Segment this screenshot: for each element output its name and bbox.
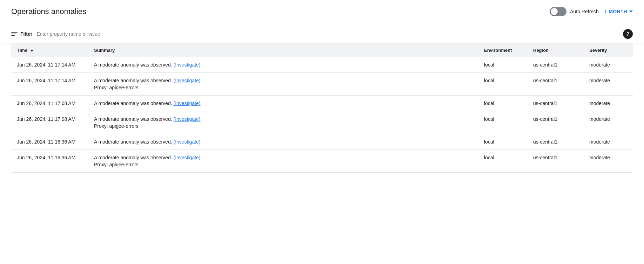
table-row: Jun 26, 2024, 11:17:14 AMA moderate anom… bbox=[11, 73, 633, 96]
cell-region: us-central1 bbox=[528, 111, 584, 134]
summary-text: A moderate anomaly was observed. bbox=[94, 139, 173, 145]
cell-region: us-central1 bbox=[528, 134, 584, 150]
auto-refresh-wrapper: Auto Refresh bbox=[550, 7, 599, 16]
investigate-link[interactable]: (Investigate) bbox=[173, 62, 200, 68]
investigate-link[interactable]: (Investigate) bbox=[173, 155, 200, 160]
table-row: Jun 26, 2024, 11:17:08 AMA moderate anom… bbox=[11, 111, 633, 134]
cell-severity: moderate bbox=[584, 134, 633, 150]
cell-environment: local bbox=[478, 134, 528, 150]
cell-severity: moderate bbox=[584, 150, 633, 173]
filter-bar: Filter ? bbox=[0, 22, 644, 43]
cell-severity: moderate bbox=[584, 96, 633, 111]
page-header: Operations anomalies Auto Refresh 1 MONT… bbox=[0, 0, 644, 22]
summary-text: A moderate anomaly was observed. bbox=[94, 116, 173, 122]
auto-refresh-label: Auto Refresh bbox=[570, 9, 599, 14]
table-header-row: Time Summary Environment Region Severity bbox=[11, 43, 633, 57]
cell-summary: A moderate anomaly was observed. (Invest… bbox=[88, 134, 478, 150]
table-row: Jun 26, 2024, 11:17:14 AMA moderate anom… bbox=[11, 57, 633, 73]
cell-summary: A moderate anomaly was observed. (Invest… bbox=[88, 111, 478, 134]
investigate-link[interactable]: (Investigate) bbox=[173, 139, 200, 145]
summary-text: A moderate anomaly was observed. bbox=[94, 62, 173, 68]
filter-input[interactable] bbox=[36, 31, 619, 37]
filter-label: Filter bbox=[20, 31, 32, 37]
toggle-thumb bbox=[551, 8, 558, 15]
investigate-link[interactable]: (Investigate) bbox=[173, 78, 200, 83]
cell-time: Jun 26, 2024, 11:17:14 AM bbox=[11, 73, 88, 96]
cell-severity: moderate bbox=[584, 111, 633, 134]
cell-summary: A moderate anomaly was observed. (Invest… bbox=[88, 73, 478, 96]
cell-region: us-central1 bbox=[528, 96, 584, 111]
table-row: Jun 26, 2024, 11:16:36 AMA moderate anom… bbox=[11, 134, 633, 150]
cell-environment: local bbox=[478, 96, 528, 111]
cell-severity: moderate bbox=[584, 73, 633, 96]
cell-region: us-central1 bbox=[528, 57, 584, 73]
time-range-button[interactable]: 1 MONTH bbox=[604, 9, 633, 14]
chevron-down-icon bbox=[629, 11, 633, 13]
filter-icon-wrapper[interactable]: Filter bbox=[11, 31, 32, 37]
cell-summary: A moderate anomaly was observed. (Invest… bbox=[88, 57, 478, 73]
proxy-text: Proxy: apigee-errors bbox=[94, 162, 473, 167]
table-row: Jun 26, 2024, 11:16:36 AMA moderate anom… bbox=[11, 150, 633, 173]
cell-region: us-central1 bbox=[528, 73, 584, 96]
cell-environment: local bbox=[478, 111, 528, 134]
cell-summary: A moderate anomaly was observed. (Invest… bbox=[88, 96, 478, 111]
cell-time: Jun 26, 2024, 11:16:36 AM bbox=[11, 134, 88, 150]
table-row: Jun 26, 2024, 11:17:08 AMA moderate anom… bbox=[11, 96, 633, 111]
anomalies-table: Time Summary Environment Region Severity… bbox=[11, 43, 633, 173]
summary-text: A moderate anomaly was observed. bbox=[94, 100, 173, 106]
cell-time: Jun 26, 2024, 11:16:36 AM bbox=[11, 150, 88, 173]
proxy-text: Proxy: apigee-errors bbox=[94, 123, 473, 129]
cell-region: us-central1 bbox=[528, 150, 584, 173]
page-title: Operations anomalies bbox=[11, 7, 86, 16]
cell-summary: A moderate anomaly was observed. (Invest… bbox=[88, 150, 478, 173]
col-header-severity: Severity bbox=[584, 43, 633, 57]
investigate-link[interactable]: (Investigate) bbox=[173, 100, 200, 106]
toggle-track bbox=[550, 7, 566, 16]
investigate-link[interactable]: (Investigate) bbox=[173, 116, 200, 122]
cell-severity: moderate bbox=[584, 57, 633, 73]
summary-text: A moderate anomaly was observed. bbox=[94, 155, 173, 160]
cell-time: Jun 26, 2024, 11:17:14 AM bbox=[11, 57, 88, 73]
proxy-text: Proxy: apigee-errors bbox=[94, 85, 473, 90]
cell-time: Jun 26, 2024, 11:17:08 AM bbox=[11, 96, 88, 111]
summary-text: A moderate anomaly was observed. bbox=[94, 78, 173, 83]
col-header-summary: Summary bbox=[88, 43, 478, 57]
sort-arrow-icon bbox=[30, 50, 34, 52]
cell-environment: local bbox=[478, 73, 528, 96]
time-range-label: 1 MONTH bbox=[604, 9, 627, 14]
cell-time: Jun 26, 2024, 11:17:08 AM bbox=[11, 111, 88, 134]
auto-refresh-toggle[interactable] bbox=[550, 7, 566, 16]
filter-icon bbox=[11, 32, 18, 36]
anomalies-table-container: Time Summary Environment Region Severity… bbox=[0, 43, 644, 173]
help-icon[interactable]: ? bbox=[623, 29, 633, 39]
col-header-environment: Environment bbox=[478, 43, 528, 57]
header-controls: Auto Refresh 1 MONTH bbox=[550, 7, 633, 16]
col-header-time[interactable]: Time bbox=[11, 43, 88, 57]
cell-environment: local bbox=[478, 150, 528, 173]
col-header-region: Region bbox=[528, 43, 584, 57]
cell-environment: local bbox=[478, 57, 528, 73]
